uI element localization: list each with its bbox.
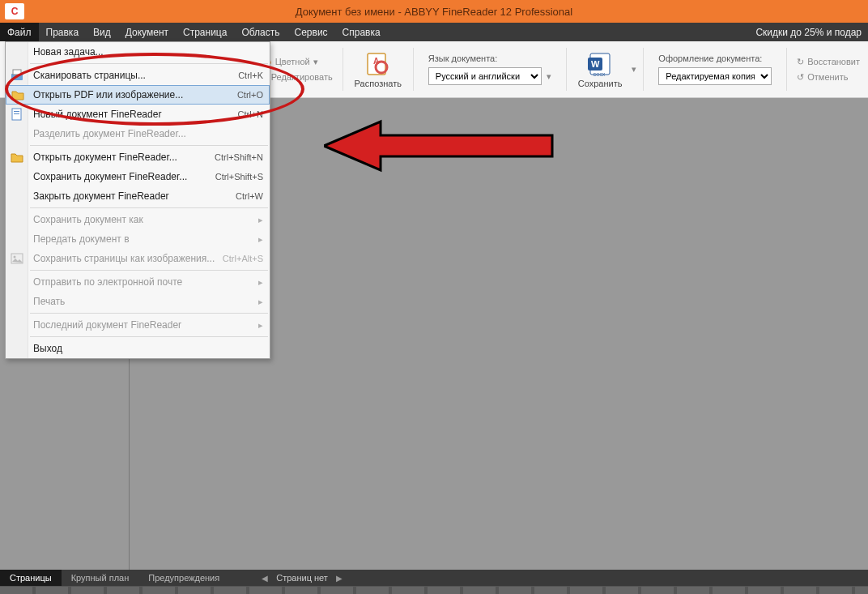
menu-new-fr-document[interactable]: Новый документ FineReader Ctrl+N <box>6 105 270 124</box>
menu-document[interactable]: Документ <box>118 23 176 41</box>
menu-item-label: Новый документ FineReader <box>33 109 232 120</box>
svg-rect-8 <box>13 70 21 75</box>
language-select[interactable]: Русский и английски <box>428 67 542 85</box>
menu-save-pages-as-images: Сохранить страницы как изображения... Ct… <box>6 249 270 268</box>
pages-info: Страниц нет <box>276 573 328 583</box>
menu-item-label: Закрыть документ FineReader <box>33 190 229 202</box>
menu-close-fr-document[interactable]: Закрыть документ FineReader Ctrl+W <box>6 186 270 206</box>
menu-send-to: Передать документ в ▸ <box>6 229 270 249</box>
status-tab-zoom[interactable]: Крупный план <box>62 570 139 586</box>
undo-label: Отменить <box>807 72 848 82</box>
undo-icon: ↺ <box>797 72 804 83</box>
folder-icon <box>10 150 24 165</box>
menu-item-label: Разделить документ FineReader... <box>33 128 263 139</box>
folder-open-icon <box>11 88 25 102</box>
submenu-chevron-icon: ▸ <box>258 320 263 331</box>
format-group: Оформление документа: Редактируемая копи… <box>650 45 780 94</box>
next-page-icon[interactable]: ▶ <box>336 574 343 583</box>
menu-save-fr-document[interactable]: Сохранить документ FineReader... Ctrl+Sh… <box>6 167 270 186</box>
svg-rect-10 <box>14 111 19 112</box>
menu-item-label: Сохранить документ FineReader... <box>33 171 209 182</box>
menu-item-label: Последний документ FineReader <box>33 319 252 331</box>
status-tabs: Страницы Крупный план Предупреждения ◀ С… <box>0 570 868 586</box>
window-title: Документ без имени - ABBYY FineReader 12… <box>0 6 868 18</box>
scanner-icon <box>10 68 24 83</box>
menu-split-document: Разделить документ FineReader... <box>6 124 270 143</box>
color-mode-item[interactable]: 🎨 Цветной ▾ <box>261 57 333 67</box>
app-icon: C <box>5 3 24 19</box>
recognize-label: Распознать <box>355 79 402 88</box>
menu-file[interactable]: Файл <box>0 23 39 41</box>
image-icon <box>10 251 24 266</box>
menu-item-label: Передать документ в <box>33 233 252 245</box>
save-group[interactable]: WDOCX Сохранить <box>573 45 628 94</box>
menubar-spacer <box>388 23 750 41</box>
menu-open-pdf-image[interactable]: Открыть PDF или изображение... Ctrl+O <box>6 85 270 105</box>
edit-mode-label: Редактировать <box>271 72 333 82</box>
menu-sep <box>30 313 268 314</box>
menu-item-label: Отправить по электронной почте <box>33 276 252 288</box>
menu-item-shortcut: Ctrl+O <box>237 90 263 100</box>
svg-text:W: W <box>591 59 600 69</box>
menu-item-label: Сохранить документ как <box>33 214 252 225</box>
menu-new-task[interactable]: Новая задача... <box>6 42 270 62</box>
language-label: Язык документа: <box>428 53 497 63</box>
prev-page-icon[interactable]: ◀ <box>262 574 268 583</box>
toolbar-sep-5 <box>786 48 787 91</box>
language-group: Язык документа: Русский и английски ▾ <box>420 45 560 94</box>
edit-mode-item[interactable]: ✎ Редактировать <box>261 72 333 83</box>
menu-edit[interactable]: Правка <box>39 23 87 41</box>
recognize-group[interactable]: A Распознать <box>350 45 406 94</box>
status-tab-pages[interactable]: Страницы <box>0 570 62 586</box>
menu-item-shortcut: Ctrl+Alt+S <box>223 254 263 263</box>
redo-icon: ↻ <box>797 57 804 67</box>
titlebar: C Документ без имени - ABBYY FineReader … <box>0 0 868 23</box>
menu-recent-document: Последний документ FineReader ▸ <box>6 315 270 335</box>
format-select[interactable]: Редактируемая копия <box>658 67 772 85</box>
menu-sep <box>30 63 268 64</box>
menu-item-shortcut: Ctrl+Shift+S <box>215 172 263 182</box>
toolbar-sep-1 <box>343 48 343 91</box>
menu-sep <box>30 336 268 337</box>
promo-text[interactable]: Скидки до 25% и подар <box>749 23 868 41</box>
menu-area[interactable]: Область <box>234 23 287 41</box>
file-menu-dropdown: Новая задача... Сканировать страницы... … <box>5 41 270 359</box>
svg-point-13 <box>14 256 16 259</box>
undo-button[interactable]: ↺ Отменить <box>797 72 860 83</box>
menu-view[interactable]: Вид <box>86 23 118 41</box>
menu-item-label: Новая задача... <box>33 46 263 58</box>
menu-item-label: Открыть документ FineReader... <box>33 152 208 163</box>
restore-button[interactable]: ↻ Восстановит <box>797 57 860 67</box>
menu-item-label: Сохранить страницы как изображения... <box>33 253 216 264</box>
save-label: Сохранить <box>578 79 623 88</box>
recognize-icon: A <box>365 51 391 77</box>
format-label: Оформление документа: <box>658 53 762 63</box>
svg-rect-11 <box>14 113 19 114</box>
menu-help[interactable]: Справка <box>335 23 388 41</box>
word-icon: WDOCX <box>587 51 613 77</box>
menu-open-fr-document[interactable]: Открыть документ FineReader... Ctrl+Shif… <box>6 147 270 167</box>
document-icon <box>10 107 24 122</box>
toolbar-sep-4 <box>643 48 644 91</box>
menu-item-label: Выход <box>33 343 263 354</box>
svg-text:DOCX: DOCX <box>594 72 606 77</box>
svg-text:A: A <box>373 57 379 66</box>
submenu-chevron-icon: ▸ <box>258 234 263 245</box>
submenu-chevron-icon: ▸ <box>258 277 263 288</box>
menu-page[interactable]: Страница <box>176 23 234 41</box>
menu-sep <box>30 145 268 146</box>
save-chevron-icon[interactable]: ▾ <box>632 64 636 75</box>
language-more-icon[interactable]: ▾ <box>547 71 551 82</box>
menu-scan-pages[interactable]: Сканировать страницы... Ctrl+K <box>6 66 270 85</box>
menu-exit[interactable]: Выход <box>6 339 270 358</box>
menu-service[interactable]: Сервис <box>287 23 335 41</box>
statusbar: Страницы Крупный план Предупреждения ◀ С… <box>0 570 868 594</box>
history-group: ↻ Восстановит ↺ Отменить <box>794 45 863 94</box>
page-nav: ◀ Страниц нет ▶ <box>262 570 343 586</box>
menu-save-as: Сохранить документ как ▸ <box>6 210 270 229</box>
status-tab-warnings[interactable]: Предупреждения <box>138 570 229 586</box>
submenu-chevron-icon: ▸ <box>258 215 263 225</box>
menu-item-shortcut: Ctrl+K <box>238 71 263 80</box>
menu-item-shortcut: Ctrl+Shift+N <box>215 152 263 162</box>
menu-item-shortcut: Ctrl+W <box>236 191 263 201</box>
